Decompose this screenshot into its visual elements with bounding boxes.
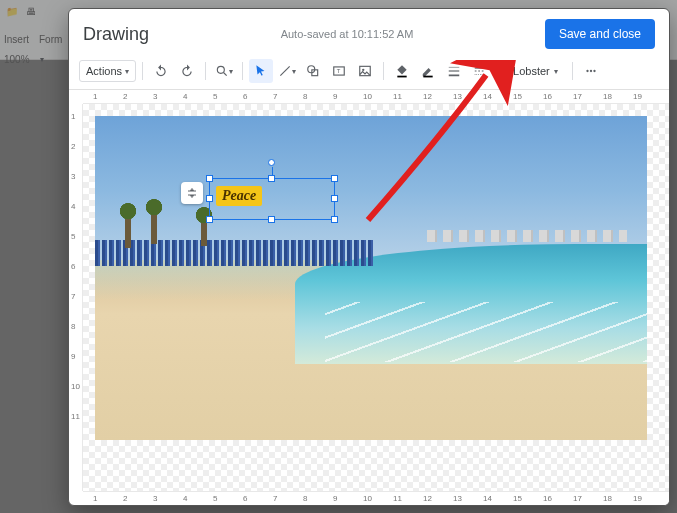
alignment-control[interactable]	[181, 182, 203, 204]
svg-rect-10	[423, 76, 432, 78]
image-palm	[151, 204, 157, 244]
drawing-dialog: Drawing Auto-saved at 10:11:52 AM Save a…	[68, 8, 670, 506]
zoom-button[interactable]: ▾	[212, 59, 236, 83]
svg-point-17	[593, 70, 595, 72]
dialog-title: Drawing	[83, 24, 149, 45]
resize-handle-n[interactable]	[268, 175, 275, 182]
wordart-selection[interactable]: Peace	[209, 178, 335, 220]
dialog-header: Drawing Auto-saved at 10:11:52 AM Save a…	[69, 9, 669, 57]
svg-rect-14	[475, 68, 486, 69]
resize-handle-e[interactable]	[331, 195, 338, 202]
wordart-text[interactable]: Peace	[216, 186, 262, 206]
svg-rect-12	[449, 70, 460, 71]
resize-handle-ne[interactable]	[331, 175, 338, 182]
select-tool[interactable]	[249, 59, 273, 83]
svg-rect-9	[397, 76, 406, 78]
resize-handle-se[interactable]	[331, 216, 338, 223]
border-color-button[interactable]	[416, 59, 440, 83]
svg-line-1	[224, 73, 227, 76]
image-buildings	[427, 230, 627, 242]
svg-point-16	[590, 70, 592, 72]
autosave-status: Auto-saved at 10:11:52 AM	[161, 28, 533, 40]
save-and-close-button[interactable]: Save and close	[545, 19, 655, 49]
border-dash-button[interactable]	[468, 59, 492, 83]
resize-handle-s[interactable]	[268, 216, 275, 223]
horizontal-ruler-top: 12345678910111213141516171819	[83, 90, 669, 104]
more-options-button[interactable]	[579, 59, 603, 83]
rotate-handle[interactable]	[268, 159, 275, 166]
svg-rect-11	[449, 67, 460, 68]
font-selector[interactable]: Lobster▾	[505, 62, 566, 80]
svg-line-2	[280, 66, 289, 75]
svg-rect-13	[449, 75, 460, 77]
actions-menu[interactable]: Actions▾	[79, 60, 136, 82]
horizontal-ruler-bottom: 12345678910111213141516171819	[83, 491, 669, 505]
svg-point-8	[362, 69, 364, 71]
svg-point-15	[586, 70, 588, 72]
textbox-tool[interactable]: T	[327, 59, 351, 83]
image-umbrellas	[95, 240, 375, 266]
vertical-ruler: 1234567891011	[69, 104, 83, 491]
resize-handle-w[interactable]	[206, 195, 213, 202]
drawing-toolbar: Actions▾ ▾ ▾ T Lobster▾	[69, 57, 669, 90]
image-tool[interactable]	[353, 59, 377, 83]
line-tool[interactable]: ▾	[275, 59, 299, 83]
image-foam	[325, 302, 647, 362]
svg-point-0	[217, 66, 224, 73]
shape-tool[interactable]	[301, 59, 325, 83]
redo-button[interactable]	[175, 59, 199, 83]
resize-handle-sw[interactable]	[206, 216, 213, 223]
undo-button[interactable]	[149, 59, 173, 83]
svg-text:T: T	[337, 68, 341, 74]
fill-color-button[interactable]	[390, 59, 414, 83]
canvas-area[interactable]: Peace	[83, 104, 669, 491]
border-weight-button[interactable]	[442, 59, 466, 83]
image-palm	[125, 208, 131, 248]
resize-handle-nw[interactable]	[206, 175, 213, 182]
drawing-canvas[interactable]: Peace	[95, 116, 647, 440]
